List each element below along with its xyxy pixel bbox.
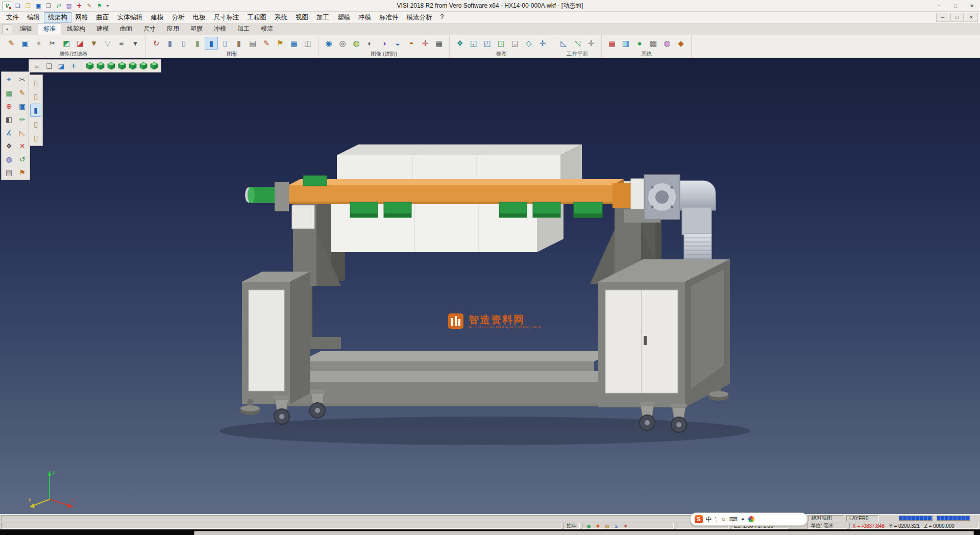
window-control-button[interactable]: □ — [947, 0, 964, 11]
status-view-mode[interactable]: 绝对视图 — [808, 515, 844, 521]
ribbon-icon[interactable]: ◱ — [467, 37, 480, 50]
menu-item[interactable]: 曲面 — [92, 12, 113, 23]
palette-tool-icon[interactable]: ✂ — [16, 73, 29, 86]
quick-access-icon[interactable]: ✎ — [85, 2, 94, 10]
menu-item[interactable]: 工程图 — [243, 12, 271, 23]
quick-access-icon[interactable]: ⚑ — [95, 2, 104, 10]
ribbon-icon[interactable]: ◰ — [481, 37, 494, 50]
palette-tool-icon[interactable]: ◧ — [3, 113, 15, 126]
mdi-control-button[interactable]: □ — [950, 13, 964, 22]
ribbon-icon[interactable]: ↻ — [150, 37, 163, 50]
ribbon-icon[interactable]: ✎ — [5, 37, 18, 50]
view-cube-icon[interactable] — [138, 61, 148, 71]
ribbon-icon[interactable]: ⌖ — [32, 37, 45, 50]
status-icon[interactable]: ✹ — [594, 523, 602, 529]
palette-tool-icon[interactable]: ⌖ — [3, 73, 15, 86]
status-icon[interactable]: 2 — [612, 523, 620, 529]
strip-tool-icon[interactable]: ▯ — [30, 90, 41, 103]
ribbon-icon[interactable]: ▽ — [101, 37, 114, 50]
menu-item[interactable]: 塑模 — [333, 12, 354, 23]
bottom-bar[interactable] — [194, 531, 974, 535]
palette-tool-icon[interactable]: ▦ — [3, 86, 15, 99]
menu-item[interactable]: 冲模 — [354, 12, 375, 23]
menu-item[interactable]: 电极 — [189, 12, 210, 23]
strip-tool-icon[interactable]: ▮ — [30, 104, 41, 117]
ribbon-icon[interactable]: ✂ — [46, 37, 59, 50]
palette-tool-icon[interactable]: ∡ — [3, 126, 15, 139]
menu-item[interactable]: ? — [436, 12, 448, 23]
view-cube-icon[interactable] — [106, 61, 116, 71]
ribbon-icon[interactable]: ▮ — [191, 37, 204, 50]
view-cube-icon[interactable] — [85, 61, 94, 71]
3d-viewport[interactable]: ≡❏◪✛ ⌖✂▦✎⊕▣◧✏∡◺❖✕◍↺▤⚑ ▯▯▮▯▯ 智造资料网 INT — [0, 58, 980, 514]
ribbon-icon[interactable]: ● — [633, 37, 646, 50]
view-cube-icon[interactable] — [95, 61, 105, 71]
ime-toolbox-icon[interactable]: ✦ — [741, 516, 745, 523]
quick-access-icon[interactable]: ✚ — [75, 2, 84, 10]
ribbon-tab[interactable]: 标准 — [38, 23, 61, 35]
window-control-button[interactable]: ─ — [931, 0, 947, 11]
ribbon-icon[interactable]: ◉ — [322, 37, 335, 50]
ribbon-icon[interactable]: ▥ — [619, 37, 632, 50]
ribbon-icon[interactable]: ◓ — [405, 37, 418, 50]
ribbon-icon[interactable]: ▣ — [18, 37, 32, 50]
quick-access-icon[interactable]: ▣ — [34, 2, 43, 10]
ribbon-icon[interactable]: ◎ — [336, 37, 349, 50]
ribbon-icon[interactable]: ❖ — [453, 37, 467, 50]
ribbon-icon[interactable]: ◺ — [557, 37, 570, 50]
status-icon[interactable]: ▣ — [585, 523, 593, 529]
quick-access-icon[interactable]: ❒ — [23, 2, 33, 10]
status-snap-lock[interactable]: 拴牢 — [564, 523, 580, 529]
ribbon-icon[interactable]: ▮ — [163, 37, 177, 50]
ribbon-icon[interactable]: ◐ — [363, 37, 377, 50]
menu-item[interactable]: 模流分析 — [403, 12, 436, 23]
ribbon-icon[interactable]: ✎ — [260, 37, 273, 50]
ribbon-icon[interactable]: ◹ — [571, 37, 584, 50]
tab-dropdown-icon[interactable]: ▾ — [2, 24, 12, 34]
ribbon-icon[interactable]: ◑ — [377, 37, 390, 50]
ribbon-tab[interactable]: 曲面 — [114, 23, 138, 35]
palette-tool-icon[interactable]: ⚑ — [16, 166, 29, 179]
view-cube-icon[interactable] — [149, 61, 159, 71]
quick-access-icon[interactable]: ❐ — [44, 2, 53, 10]
status-layer[interactable]: LAYER0 — [846, 515, 879, 521]
ribbon-icon[interactable]: ▩ — [647, 37, 660, 50]
ribbon-tab[interactable]: 模流 — [255, 23, 279, 35]
ribbon-icon[interactable]: ▤ — [246, 37, 259, 50]
palette-tool-icon[interactable]: ◍ — [3, 153, 15, 165]
menu-item[interactable]: 视图 — [291, 12, 312, 23]
ribbon-icon[interactable]: ✛ — [419, 37, 432, 50]
ribbon-icon[interactable]: ◫ — [301, 37, 314, 50]
view-tool-icon[interactable]: ≡ — [31, 60, 42, 71]
menu-item[interactable]: 系统 — [271, 12, 291, 23]
ribbon-icon[interactable]: ◪ — [74, 37, 87, 50]
menu-item[interactable]: 标准件 — [375, 12, 403, 23]
view-tool-icon[interactable]: ◪ — [56, 60, 67, 71]
menu-item[interactable]: 尺寸标注 — [210, 12, 243, 23]
mdi-control-button[interactable]: ─ — [936, 13, 949, 22]
ime-punctuation-toggle[interactable]: ’, — [715, 516, 718, 522]
palette-tool-icon[interactable]: ▤ — [3, 166, 15, 179]
view-tool-icon[interactable]: ✛ — [68, 60, 79, 71]
view-cube-icon[interactable] — [117, 61, 127, 71]
ribbon-icon[interactable]: ▦ — [432, 37, 446, 50]
mdi-control-button[interactable]: ✕ — [965, 13, 978, 22]
ribbon-icon[interactable]: ▾ — [129, 37, 142, 50]
quick-access-more-icon[interactable]: ▾ — [105, 4, 110, 8]
menu-item[interactable]: 实体编辑 — [113, 12, 147, 23]
ime-keyboard-icon[interactable]: ⌨ — [729, 516, 738, 523]
ribbon-tab[interactable]: 编辑 — [14, 23, 38, 35]
quick-access-icon[interactable]: ❏ — [13, 2, 22, 10]
ribbon-icon[interactable]: ▼ — [87, 37, 101, 50]
window-control-button[interactable]: ✕ — [964, 0, 980, 11]
ribbon-tab[interactable]: 建模 — [91, 23, 114, 35]
ime-emoji-icon[interactable]: ☺ — [721, 516, 726, 522]
menu-item[interactable]: 线架构 — [44, 12, 71, 23]
menu-item[interactable]: 加工 — [312, 12, 333, 23]
palette-tool-icon[interactable]: ✎ — [16, 86, 29, 99]
strip-tool-icon[interactable]: ▯ — [30, 131, 41, 144]
ime-language-toggle[interactable]: 中 — [706, 516, 712, 523]
status-units[interactable]: 单位: 毫米 — [807, 523, 847, 529]
view-cube-icon[interactable] — [128, 61, 137, 71]
visi-logo-icon[interactable]: V — [2, 2, 12, 10]
